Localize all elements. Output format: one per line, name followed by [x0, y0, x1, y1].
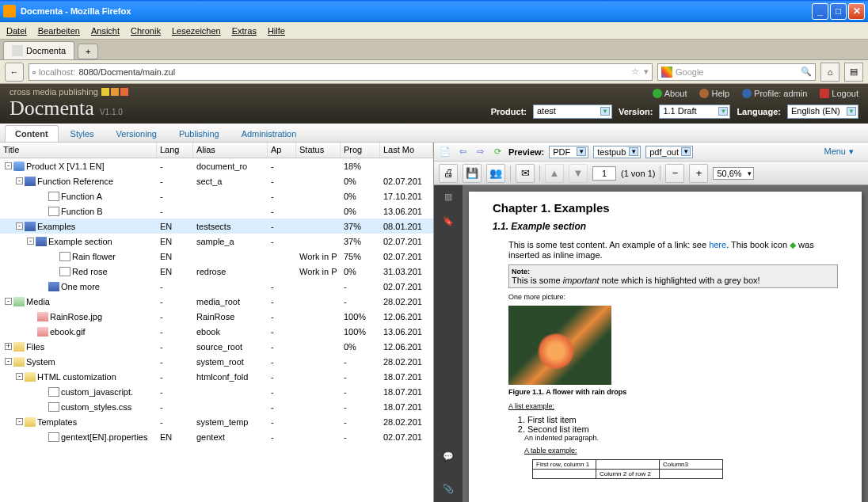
preview-format-select[interactable]: PDF — [549, 146, 588, 158]
col-status[interactable]: Status — [296, 143, 341, 158]
browser-tab[interactable]: Docmenta — [3, 41, 74, 59]
print-button[interactable]: 🖨 — [439, 164, 458, 183]
preview-panel: 📄 ⇦ ⇨ ⟳ Preview: PDF testpub pdf_out Men… — [434, 143, 868, 502]
col-title[interactable]: Title — [0, 143, 157, 158]
url-input[interactable]: ▫ localhost:8080/Docmenta/main.zul ☆ ▾ — [29, 63, 653, 81]
back-button[interactable]: ← — [5, 63, 24, 82]
minimize-button[interactable]: _ — [812, 3, 828, 20]
col-last[interactable]: Last Mo — [380, 143, 433, 158]
tab-publishing[interactable]: Publishing — [169, 125, 230, 142]
preview-out-select[interactable]: pdf_out — [645, 146, 693, 158]
expand-toggle[interactable]: - — [5, 358, 12, 365]
expand-toggle[interactable]: - — [16, 177, 23, 184]
menu-edit[interactable]: Bearbeiten — [38, 26, 80, 36]
collab-button[interactable]: 👥 — [486, 164, 505, 183]
tree-row[interactable]: Function A--0%17.10.201 — [0, 188, 433, 203]
browser-tabbar: Docmenta + — [0, 40, 868, 60]
mail-button[interactable]: ✉ — [516, 164, 535, 183]
tree-row[interactable]: -Media-media_root--28.02.201 — [0, 294, 433, 309]
zoom-in-button[interactable]: + — [689, 164, 708, 183]
nav-next-icon[interactable]: ⇨ — [474, 146, 486, 158]
page-icon — [59, 267, 70, 276]
language-select[interactable]: English (EN) — [787, 105, 858, 119]
col-prog[interactable]: Prog — [341, 143, 380, 158]
product-select[interactable]: atest — [533, 105, 612, 119]
comment-icon[interactable]: 💬 — [443, 451, 454, 462]
node-label: RainRose.jpg — [50, 312, 102, 321]
expand-toggle[interactable]: - — [16, 222, 23, 230]
tree-row[interactable]: -ExamplesENtestsects-37%08.01.201 — [0, 219, 433, 234]
nav-prev-icon[interactable]: ⇦ — [456, 146, 469, 158]
browser-toolbar: ← ▫ localhost:8080/Docmenta/main.zul ☆ ▾… — [0, 60, 868, 84]
tree-row[interactable]: Red roseENredroseWork in P0%31.03.201 — [0, 264, 433, 279]
expand-toggle[interactable]: - — [5, 162, 12, 169]
thumb-icon[interactable]: ▥ — [444, 192, 452, 202]
bookmark-icon[interactable]: 🔖 — [443, 216, 454, 226]
close-button[interactable]: ✕ — [848, 3, 865, 20]
tab-styles[interactable]: Styles — [60, 125, 105, 142]
tree-row[interactable]: gentext[EN].propertiesENgentext--02.07.2… — [0, 429, 433, 444]
tree-row[interactable]: +Files-source_root-0%12.06.201 — [0, 339, 433, 354]
page-icon — [48, 207, 59, 216]
user-icon — [742, 89, 752, 98]
tree-row[interactable]: -Product X [V1.1 EN]-document_ro-18% — [0, 158, 433, 173]
col-lang[interactable]: Lang — [157, 143, 193, 158]
dropdown-icon[interactable]: ▾ — [644, 67, 649, 77]
bookmark-sidebar-button[interactable]: ▤ — [844, 63, 863, 82]
tree-row[interactable]: RainRose.jpg-RainRose-100%12.06.201 — [0, 309, 433, 324]
tab-administration[interactable]: Administration — [231, 125, 307, 142]
tab-content[interactable]: Content — [5, 125, 59, 142]
expand-toggle[interactable]: - — [16, 418, 23, 425]
expand-toggle[interactable]: - — [5, 298, 12, 305]
menu-help[interactable]: Hilfe — [268, 26, 285, 36]
tree-row[interactable]: One more---02.07.201 — [0, 279, 433, 294]
star-icon[interactable]: ☆ — [631, 67, 639, 77]
profile-link[interactable]: Profile: admin — [742, 89, 807, 98]
about-link[interactable]: About — [653, 89, 687, 98]
menu-file[interactable]: Datei — [6, 26, 27, 36]
tree-row[interactable]: custom_styles.css---18.07.201 — [0, 399, 433, 414]
tree-row[interactable]: Function B--0%13.06.201 — [0, 203, 433, 219]
node-label: Red rose — [72, 267, 108, 276]
preview-menu[interactable]: Menu — [820, 145, 863, 158]
save-button[interactable]: 💾 — [463, 164, 482, 183]
menu-view[interactable]: Ansicht — [91, 26, 120, 36]
attach-icon[interactable]: 📎 — [443, 484, 454, 494]
tree-row[interactable]: -HTML customization-htmlconf_fold--18.07… — [0, 369, 433, 384]
node-label: Rain flower — [72, 252, 116, 261]
zoom-select[interactable]: 50,6% — [713, 167, 753, 180]
tab-versioning[interactable]: Versioning — [106, 125, 167, 142]
col-alias[interactable]: Alias — [193, 143, 268, 158]
version-select[interactable]: 1.1 Draft — [659, 105, 730, 119]
preview-pub-select[interactable]: testpub — [593, 146, 641, 158]
zoom-out-button[interactable]: − — [665, 164, 684, 183]
tree-row[interactable]: -Templates-system_temp--28.02.201 — [0, 414, 433, 429]
col-ap[interactable]: Ap — [268, 143, 296, 158]
node-label: HTML customization — [37, 372, 116, 382]
menu-extras[interactable]: Extras — [232, 26, 257, 36]
maximize-button[interactable]: □ — [830, 3, 847, 20]
search-input[interactable]: Google 🔍 — [657, 63, 816, 81]
tree-row[interactable]: -System-system_root--28.02.201 — [0, 354, 433, 369]
tree-row[interactable]: -Example sectionENsample_a-37%02.07.201 — [0, 234, 433, 249]
help-link[interactable]: Help — [699, 89, 729, 98]
search-icon[interactable]: 🔍 — [801, 67, 812, 77]
menu-history[interactable]: Chronik — [131, 26, 161, 36]
tree-row[interactable]: -Function Reference-sect_a-0%02.07.201 — [0, 173, 433, 188]
new-tab-button[interactable]: + — [78, 44, 98, 59]
page-down-button[interactable]: ▼ — [569, 164, 588, 183]
menu-bookmarks[interactable]: Lesezeichen — [172, 26, 221, 36]
page-up-button[interactable]: ▲ — [545, 164, 564, 183]
tree-row[interactable]: ebook.gif-ebook-100%13.06.201 — [0, 324, 433, 339]
expand-toggle[interactable]: - — [27, 238, 34, 245]
page-input[interactable] — [592, 166, 616, 181]
expand-toggle[interactable]: + — [5, 343, 12, 350]
tree-row[interactable]: Rain flowerENWork in P75%02.07.201 — [0, 249, 433, 264]
logout-link[interactable]: Logout — [820, 89, 858, 98]
pdf-document[interactable]: Chapter 1. Examples 1.1. Example section… — [463, 185, 868, 502]
doc-link[interactable]: here — [709, 240, 726, 249]
refresh-icon[interactable]: ⟳ — [491, 146, 504, 158]
home-button[interactable]: ⌂ — [820, 63, 839, 82]
tree-row[interactable]: custom_javascript.---18.07.201 — [0, 384, 433, 399]
expand-toggle[interactable]: - — [16, 373, 23, 380]
